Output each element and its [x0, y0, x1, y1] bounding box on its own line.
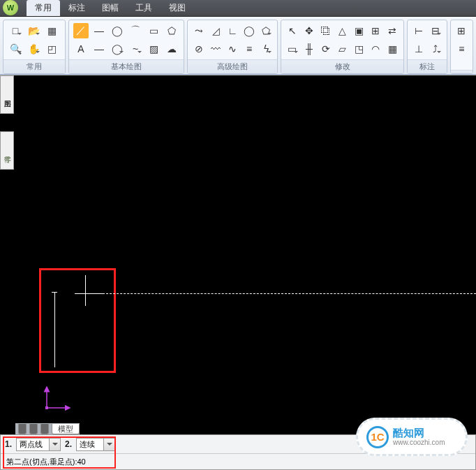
- rect-button[interactable]: ▭: [146, 23, 161, 38]
- panel-adv-draw: ⤳ ◿ ∟ ◯ ⬠ ⊘ 〰 ∿ ≡ ϟ 高级绘图: [187, 20, 278, 74]
- panel-common: □ 📂 ▦ 🔍 ✋ ◰ 常用: [3, 20, 66, 74]
- array-button[interactable]: ▦: [385, 41, 399, 57]
- polygon-button[interactable]: ⬠: [164, 23, 179, 38]
- rotate-button[interactable]: ⟳: [319, 41, 333, 57]
- break-button[interactable]: ⊘: [192, 41, 206, 57]
- app-logo-icon: W: [3, 0, 18, 15]
- panel-adv-label: 高级绘图: [188, 59, 277, 73]
- tab-frame[interactable]: 图幅: [94, 0, 127, 16]
- highlight-command: [3, 436, 116, 469]
- drawn-line-vertical: [54, 292, 55, 367]
- xline-button[interactable]: —: [91, 23, 107, 38]
- cloud-button[interactable]: ☁: [164, 41, 179, 57]
- dim-linear-button[interactable]: ⊢: [412, 23, 426, 38]
- dim-tol-button[interactable]: ⊥: [412, 41, 426, 57]
- offset-button[interactable]: ▱: [336, 41, 350, 57]
- mirror-button[interactable]: △: [336, 23, 350, 38]
- polar-tracking-line: [92, 293, 476, 294]
- watermark-title: 酷知网: [393, 427, 445, 439]
- tab-view[interactable]: 视图: [161, 0, 194, 16]
- stretch-button[interactable]: ▭: [285, 41, 299, 57]
- cursor-crosshair-v: [85, 281, 86, 306]
- tab-tools[interactable]: 工具: [127, 0, 161, 16]
- circle-button[interactable]: ◯: [110, 23, 125, 38]
- block-button[interactable]: ▣: [352, 23, 366, 38]
- curve2-button[interactable]: ϟ: [259, 41, 273, 57]
- panel-dim: ⊢ ⊟ ⊥ ⤴ 标注: [407, 20, 447, 74]
- spline-button[interactable]: ~: [128, 41, 143, 57]
- side-panel-layers-label: 图层: [2, 76, 12, 113]
- dim-set-button[interactable]: ⊟: [429, 23, 442, 38]
- panel-extra-label: [451, 70, 473, 73]
- panel-common-label: 常用: [3, 59, 65, 73]
- dim-lead-button[interactable]: ⤴: [429, 41, 442, 57]
- swap-button[interactable]: ⇄: [385, 23, 399, 38]
- new-doc-button[interactable]: □: [8, 23, 23, 38]
- copy-button[interactable]: ⿻: [319, 23, 333, 38]
- ribbon: □ 📂 ▦ 🔍 ✋ ◰ 常用 ／ — ◯ ⌒ ▭ ⬠ A: [0, 17, 476, 75]
- side-panel-parts[interactable]: 零件: [0, 131, 14, 170]
- panel-extra: ⊞ ≡: [450, 20, 473, 74]
- angle-button[interactable]: ◿: [209, 23, 223, 38]
- open-button[interactable]: 📂: [26, 23, 41, 38]
- side-panel-layers[interactable]: 图层: [0, 75, 14, 114]
- workspace: 图层 零件: [0, 75, 476, 434]
- ellipse2-button[interactable]: ◯: [242, 23, 256, 38]
- gridset-button[interactable]: ⊞: [369, 23, 382, 38]
- layout-tab-model[interactable]: 模型: [52, 424, 80, 434]
- ucs-icon: [43, 383, 71, 413]
- construction-button[interactable]: —: [91, 41, 107, 57]
- tab-common[interactable]: 常用: [27, 0, 60, 16]
- extra-btn2[interactable]: ≡: [455, 41, 468, 57]
- zoom-button[interactable]: 🔍: [8, 41, 23, 57]
- sp-button[interactable]: ∿: [225, 41, 239, 57]
- region-button[interactable]: ◰: [44, 41, 59, 57]
- scale-button[interactable]: ◳: [352, 41, 366, 57]
- panel-modify-label: 修改: [281, 59, 403, 73]
- panel-modify: ↖ ✥ ⿻ △ ▣ ⊞ ⇄ ▭ ╫ ⟳ ▱ ◳ ◠ ▦ 修改: [281, 20, 404, 74]
- highlight-rectangle: [39, 268, 116, 373]
- pline-button[interactable]: ⤳: [192, 23, 206, 38]
- layers-button[interactable]: ▦: [44, 23, 59, 38]
- arc-button[interactable]: ⌒: [128, 23, 143, 38]
- line-button[interactable]: ／: [73, 23, 89, 38]
- hatch-button[interactable]: ▨: [146, 41, 161, 57]
- wave-button[interactable]: 〰: [209, 41, 223, 57]
- line-end-tick: [52, 292, 57, 293]
- watermark: 1C 酷知网 www.coozhi.com: [356, 418, 468, 456]
- pan-button[interactable]: ✋: [26, 41, 41, 57]
- layout-tabbar: 模型: [15, 423, 80, 434]
- panel-dim-label: 标注: [408, 59, 446, 73]
- layout-next-button[interactable]: [29, 424, 38, 434]
- panel-basic-label: 基本绘图: [69, 59, 184, 73]
- pentagon-button[interactable]: ⬠: [259, 23, 273, 38]
- menu-bar: W 常用 标注 图幅 工具 视图: [0, 0, 476, 17]
- side-panel-parts-label: 零件: [2, 132, 12, 169]
- extra-btn1[interactable]: ⊞: [455, 23, 468, 38]
- svg-rect-2: [45, 406, 48, 409]
- text-button[interactable]: A: [73, 41, 89, 57]
- watermark-url: www.coozhi.com: [393, 439, 445, 446]
- ellipse-button[interactable]: ◯: [110, 41, 125, 57]
- move-button[interactable]: ✥: [302, 23, 316, 38]
- layout-prev-button[interactable]: [18, 424, 27, 434]
- seg-button[interactable]: ≡: [242, 41, 256, 57]
- tab-annotate[interactable]: 标注: [60, 0, 94, 16]
- fillet-button[interactable]: ◠: [369, 41, 382, 57]
- drawing-canvas[interactable]: [15, 75, 476, 434]
- watermark-logo-icon: 1C: [366, 426, 389, 448]
- panel-basic-draw: ／ — ◯ ⌒ ▭ ⬠ A — ◯ ~ ▨ ☁ 基本绘图: [68, 20, 184, 74]
- chamfer-button[interactable]: ∟: [225, 23, 239, 38]
- select-button[interactable]: ↖: [285, 23, 299, 38]
- breakat-button[interactable]: ╫: [302, 41, 316, 57]
- layout-extra-button[interactable]: [40, 424, 49, 434]
